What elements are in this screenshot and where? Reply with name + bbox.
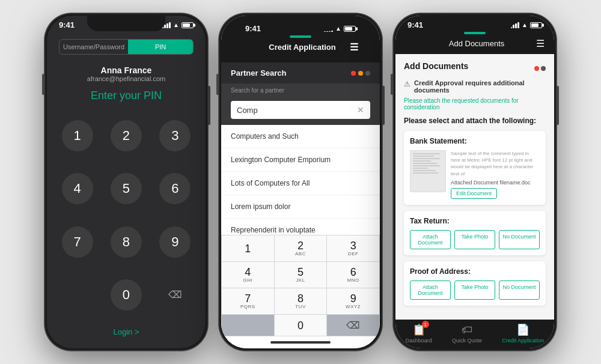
bank-statement-body: Sample text of the comment typed in here… xyxy=(410,150,540,199)
tab-username-password[interactable]: Username/Password xyxy=(59,40,128,54)
result-4[interactable]: Reprehenderit in voluptate xyxy=(221,219,380,235)
tax-return-card: Tax Return: Attach Document Take Photo N… xyxy=(404,211,546,255)
notch-1 xyxy=(87,16,165,31)
pin-prompt: Enter your PIN xyxy=(47,89,206,102)
key-5[interactable]: 5 xyxy=(102,162,150,215)
menu-icon-2[interactable]: ☰ xyxy=(350,41,358,53)
dashboard-badge: 1 xyxy=(422,321,429,328)
page-title-3: Add Documents xyxy=(404,61,468,71)
header-title-3: Add Documents xyxy=(449,39,505,48)
battery-icon-1 xyxy=(182,22,194,28)
phone3-content: Add Documents ⚠ Credit Approval requires… xyxy=(395,54,554,320)
result-0[interactable]: Computers and Such xyxy=(221,125,380,148)
phone-3: 9:41 ▲ xyxy=(394,14,556,350)
edit-document-button[interactable]: Edit Document xyxy=(451,188,497,199)
dot-gray xyxy=(365,71,370,76)
add-documents-screen: 9:41 ▲ xyxy=(395,16,554,348)
nav-credit-application[interactable]: 📄 Credit Application xyxy=(502,323,544,344)
notch-2 xyxy=(261,16,340,31)
key-empty-left xyxy=(53,268,102,321)
proof-photo-button[interactable]: Take Photo xyxy=(454,281,495,300)
p2-key-special-left[interactable] xyxy=(222,315,274,336)
tax-attach-button[interactable]: Attach Document xyxy=(410,230,451,249)
key-9[interactable]: 9 xyxy=(151,216,200,268)
p2-key-5[interactable]: 5 JKL xyxy=(275,262,327,288)
result-1[interactable]: Lexington Computer Emporium xyxy=(221,148,380,172)
phone-1-screen: 9:41 ▲ xyxy=(47,16,206,348)
p2-key-9[interactable]: 9 WXYZ xyxy=(327,288,379,314)
key-7[interactable]: 7 xyxy=(53,216,102,268)
login-link[interactable]: Login > xyxy=(47,321,206,342)
nav-quick-quote[interactable]: 🏷 Quick Quote xyxy=(452,324,482,344)
p2-key-8[interactable]: 8 TUV xyxy=(275,288,327,314)
pin-keypad: 1 2 3 4 5 6 7 8 9 0 ⌫ xyxy=(47,109,206,321)
partner-search-screen: 9:41 ▲ xyxy=(221,16,380,348)
p2-key-6[interactable]: 6 MNO xyxy=(327,262,379,288)
bank-statement-card: Bank Statement: xyxy=(404,131,546,205)
key-0[interactable]: 0 xyxy=(102,268,150,321)
credit-application-icon: 📄 xyxy=(516,323,529,336)
partner-search-header: Partner Search xyxy=(221,62,380,83)
key-backspace[interactable]: ⌫ xyxy=(151,268,200,321)
p2-key-1[interactable]: 1 xyxy=(222,235,274,261)
attached-label: Attached Document filename.doc xyxy=(451,180,540,186)
status-icons-3: ▲ xyxy=(510,22,542,28)
wifi-icon-3: ▲ xyxy=(522,22,528,28)
p2-key-2[interactable]: 2 ABC xyxy=(275,235,327,261)
key-6[interactable]: 6 xyxy=(151,162,200,215)
p2-key-4[interactable]: 4 GHI xyxy=(222,262,274,288)
proof-address-buttons: Attach Document Take Photo No Document xyxy=(410,281,540,300)
proof-nodoc-button[interactable]: No Document xyxy=(499,281,540,300)
pin-screen: 9:41 ▲ xyxy=(47,16,206,348)
status-icons-1: ▲ xyxy=(162,22,194,28)
phone-2-screen: 9:41 ▲ xyxy=(221,16,380,348)
status-dot-red xyxy=(534,66,539,71)
phone2-keypad: 1 2 ABC 3 DEF 4 GHI xyxy=(221,235,380,336)
quick-quote-icon: 🏷 xyxy=(462,324,472,336)
username-label: Anna France xyxy=(47,65,206,75)
quick-quote-label: Quick Quote xyxy=(452,338,482,344)
proof-of-address-card: Proof of Address: Attach Document Take P… xyxy=(404,261,546,306)
battery-icon-2 xyxy=(344,26,356,32)
key-3[interactable]: 3 xyxy=(151,109,200,162)
bank-statement-thumbnail xyxy=(410,150,446,192)
tax-return-buttons: Attach Document Take Photo No Document xyxy=(410,230,540,249)
dashboard-label: Dashboard xyxy=(406,338,432,344)
nav-dashboard[interactable]: 📋 1 Dashboard xyxy=(406,323,432,344)
key-4[interactable]: 4 xyxy=(53,162,102,215)
p2-key-backspace[interactable]: ⌫ xyxy=(327,315,379,336)
warning-icon: ⚠ xyxy=(404,80,410,88)
tax-photo-button[interactable]: Take Photo xyxy=(454,230,495,249)
key-1[interactable]: 1 xyxy=(53,109,102,162)
search-field[interactable]: Comp ✕ xyxy=(231,101,370,119)
green-bar xyxy=(290,35,311,38)
time-3: 9:41 xyxy=(407,20,423,29)
search-results: Computers and Such Lexington Computer Em… xyxy=(221,125,380,235)
p2-key-0[interactable]: 0 xyxy=(275,315,327,336)
key-8[interactable]: 8 xyxy=(102,216,150,268)
tax-return-title: Tax Return: xyxy=(410,217,540,225)
alert-subtext: Please attach the requested documents fo… xyxy=(404,97,546,111)
dot-red xyxy=(351,71,356,76)
tab-pin[interactable]: PIN xyxy=(128,40,193,54)
p2-key-7[interactable]: 7 PQRS xyxy=(222,288,274,314)
proof-attach-button[interactable]: Attach Document xyxy=(410,281,451,300)
p2-key-3[interactable]: 3 DEF xyxy=(327,235,379,261)
header-title-2: Credit Application xyxy=(269,43,335,52)
pin-tabs: Username/Password PIN xyxy=(59,39,194,55)
select-text: Please select and attach the following: xyxy=(404,117,546,125)
user-info: Anna France afrance@hpefinancial.com xyxy=(47,65,206,82)
proof-address-title: Proof of Address: xyxy=(410,267,540,276)
result-2[interactable]: Lots of Computers for All xyxy=(221,172,380,195)
tax-nodoc-button[interactable]: No Document xyxy=(499,230,540,249)
result-3[interactable]: Lorem ipsum dolor xyxy=(221,195,380,219)
credit-application-label: Credit Application xyxy=(502,338,544,344)
key-2[interactable]: 2 xyxy=(102,109,150,162)
wifi-icon-1: ▲ xyxy=(173,22,179,28)
user-email: afrance@hpefinancial.com xyxy=(47,75,206,82)
notch-3 xyxy=(436,16,514,31)
menu-icon-3[interactable]: ☰ xyxy=(536,38,545,49)
bank-statement-right: Sample text of the comment typed in here… xyxy=(451,150,540,199)
home-indicator-2 xyxy=(270,341,331,344)
search-clear-icon[interactable]: ✕ xyxy=(357,105,364,115)
